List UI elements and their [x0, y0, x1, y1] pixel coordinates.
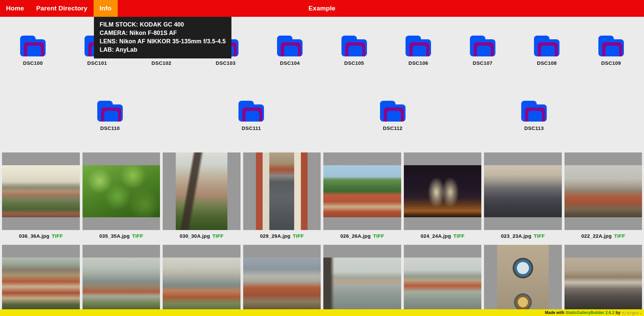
folder-label: DSC112	[383, 125, 402, 131]
folder-label: DSC104	[280, 60, 300, 66]
folder-icon	[534, 36, 559, 56]
thumbnail[interactable]	[484, 245, 562, 316]
navbar: Home Parent Directory Info Example	[0, 0, 644, 17]
thumbnail-cell[interactable]	[243, 245, 321, 316]
photo-misty-city-river-view	[83, 258, 160, 310]
folder-icon	[521, 101, 547, 122]
thumbnail-022-22a[interactable]: 022_22A.jpgTIFF	[565, 152, 642, 239]
thumbnail-030-30a[interactable]: 030_30A.jpgTIFF	[163, 152, 240, 239]
tiff-link[interactable]: TIFF	[373, 233, 384, 239]
tiff-link[interactable]: TIFF	[52, 233, 63, 239]
thumbnail-026-26a[interactable]: 026_26A.jpgTIFF	[323, 152, 401, 239]
folder-item-dsc108[interactable]: DSC108	[516, 36, 578, 66]
thumbnail-cell[interactable]	[484, 245, 562, 316]
footer-period: .	[640, 310, 641, 315]
tiff-link[interactable]: TIFF	[534, 233, 545, 239]
footer-builder-link[interactable]: StaticGalleryBuilder 2.6.2	[566, 310, 614, 315]
tooltip-lab: LAB: AnyLab	[100, 46, 226, 54]
tiff-link[interactable]: TIFF	[293, 233, 304, 239]
tiff-link[interactable]: TIFF	[132, 233, 143, 239]
image-filename: 035_35A.jpg	[99, 233, 130, 239]
folder-item-dsc113[interactable]: DSC113	[503, 101, 566, 131]
footer-made-with: Made with	[545, 310, 565, 315]
thumbnail-cell[interactable]	[2, 245, 80, 316]
photo-crowd-on-charles-bridge	[484, 165, 562, 217]
thumbnail-cell[interactable]	[163, 152, 240, 230]
folder-icon	[598, 36, 624, 56]
photo-city-bridges-river	[163, 258, 240, 310]
folder-item-dsc110[interactable]: DSC110	[78, 101, 141, 131]
folder-icon	[470, 36, 495, 56]
thumbnail-023-23a[interactable]: 023_23A.jpgTIFF	[484, 152, 562, 239]
photo-bare-tree-over-city	[176, 152, 227, 230]
thumbnail[interactable]	[323, 245, 401, 316]
folder-label: DSC110	[100, 125, 120, 131]
thumbnail[interactable]	[2, 245, 80, 316]
folder-item-dsc109[interactable]: DSC109	[580, 36, 642, 66]
photo-river-castle-skyline	[404, 258, 482, 310]
photo-rooftops-castle-panorama	[2, 258, 80, 310]
folder-item-dsc111[interactable]: DSC111	[220, 101, 283, 131]
image-filename: 030_30A.jpg	[179, 233, 210, 239]
image-filename: 022_22A.jpg	[581, 233, 612, 239]
thumbnail-cell[interactable]	[404, 152, 482, 230]
thumbnail-grid: 036_36A.jpgTIFF 035_35A.jpgTIFF 030_30A.…	[0, 152, 644, 316]
thumbnail[interactable]	[404, 245, 482, 316]
folder-item-dsc104[interactable]: DSC104	[259, 36, 321, 66]
thumbnail-cell[interactable]	[163, 245, 240, 316]
folder-label: DSC103	[216, 60, 235, 66]
tooltip-film-stock: FILM STOCK: KODAK GC 400	[100, 20, 226, 29]
folder-label: DSC111	[242, 125, 261, 131]
photo-green-hill-red-rooftops	[323, 165, 401, 217]
thumbnail[interactable]	[83, 245, 160, 316]
thumbnail-cell[interactable]	[484, 152, 562, 230]
thumbnail-cell[interactable]	[323, 245, 401, 316]
thumbnail-cell[interactable]	[565, 152, 642, 230]
thumbnail-035-35a[interactable]: 035_35A.jpgTIFF	[83, 152, 160, 239]
srgn-logo-link[interactable]: </srgn>	[622, 310, 639, 315]
thumbnail-cell[interactable]	[2, 152, 80, 230]
folder-icon	[380, 101, 406, 122]
info-tooltip: FILM STOCK: KODAK GC 400 CAMERA: Nikon F…	[94, 17, 231, 58]
folder-item-dsc106[interactable]: DSC106	[387, 36, 450, 66]
image-filename: 023_23A.jpg	[501, 233, 531, 239]
tooltip-camera: CAMERA: Nikon F-801S AF	[100, 29, 226, 37]
photo-astronomical-clock-tower	[497, 245, 549, 316]
folder-item-dsc107[interactable]: DSC107	[451, 36, 514, 66]
thumbnail[interactable]	[163, 245, 240, 316]
nav-link-parent-directory[interactable]: Parent Directory	[30, 0, 94, 17]
tiff-link[interactable]: TIFF	[212, 233, 223, 239]
folder-icon	[20, 36, 46, 56]
footer-by: by	[615, 310, 620, 315]
thumbnail-036-36a[interactable]: 036_36A.jpgTIFF	[2, 152, 80, 239]
thumbnail-cell[interactable]	[565, 245, 642, 316]
thumbnail[interactable]	[243, 245, 321, 316]
thumbnail-cell[interactable]	[404, 245, 482, 316]
thumbnail-029-29a[interactable]: 029_29A.jpgTIFF	[243, 152, 321, 239]
folder-item-dsc105[interactable]: DSC105	[323, 36, 385, 66]
folder-icon	[277, 36, 303, 56]
tiff-link[interactable]: TIFF	[453, 233, 465, 239]
photo-street-scene-with-crowd	[565, 258, 642, 310]
photo-town-square-from-above	[256, 152, 308, 230]
folder-label: DSC113	[524, 125, 544, 131]
photo-city-panorama-church-spire	[2, 165, 80, 217]
tiff-link[interactable]: TIFF	[614, 233, 625, 239]
folder-item-dsc100[interactable]: DSC100	[2, 36, 64, 66]
folder-label: DSC101	[87, 60, 107, 66]
thumbnail[interactable]	[565, 245, 642, 316]
gallery-title: Example	[309, 0, 335, 17]
folder-icon	[97, 101, 123, 122]
nav-link-home[interactable]: Home	[0, 0, 30, 17]
thumbnail-cell[interactable]	[83, 245, 160, 316]
photo-prague-castle-panorama	[565, 165, 642, 217]
folder-item-dsc112[interactable]: DSC112	[361, 101, 424, 131]
thumbnail-cell[interactable]	[243, 152, 321, 230]
thumbnail-cell[interactable]	[83, 152, 160, 230]
nav-link-info[interactable]: Info	[94, 0, 118, 17]
folder-icon	[406, 36, 431, 56]
thumbnail-024-24a[interactable]: 024_24A.jpgTIFF	[404, 152, 482, 239]
folder-icon	[341, 36, 367, 56]
thumbnail-cell[interactable]	[323, 152, 401, 230]
image-filename: 024_24A.jpg	[421, 233, 451, 239]
